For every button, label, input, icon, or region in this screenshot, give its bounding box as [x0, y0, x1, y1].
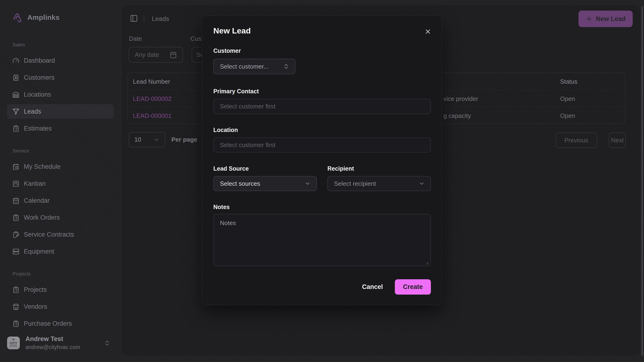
sidebar-item-label: Estimates — [24, 125, 52, 132]
sidebar-item-work-orders[interactable]: Work Orders — [7, 210, 114, 225]
sidebar-item-kanban[interactable]: Kanban — [7, 176, 114, 191]
modal-title: New Lead — [213, 26, 251, 35]
sidebar-toggle-button[interactable] — [130, 14, 138, 22]
avatar: CITY HEATING AND COOLING — [7, 336, 20, 349]
calendar-days-icon — [12, 197, 19, 204]
page-size-select[interactable]: 10 — [129, 132, 165, 147]
lead-source-select[interactable]: Select sources — [213, 176, 317, 191]
calendar-clock-icon — [12, 163, 19, 170]
clipboard-list-icon — [12, 125, 19, 132]
status-badge: Open — [560, 95, 575, 102]
clipboard-list-icon — [12, 320, 19, 327]
sidebar-item-label: Locations — [24, 91, 51, 98]
customer-select[interactable]: Select customer... — [213, 59, 295, 74]
previous-page-button[interactable]: Previous — [556, 132, 597, 148]
sidebar-item-projects[interactable]: Projects — [7, 282, 114, 297]
column-header-lead-number: Lead Number — [133, 78, 170, 85]
warehouse-icon — [12, 91, 19, 98]
notes-textarea[interactable] — [213, 214, 431, 266]
user-menu[interactable]: CITY HEATING AND COOLING Andrew Test and… — [7, 335, 114, 351]
status-badge: Open — [560, 112, 575, 119]
recipient-field-label: Recipient — [328, 165, 354, 172]
sidebar-item-locations[interactable]: Locations — [7, 87, 114, 102]
primary-contact-input[interactable]: Select customer first — [213, 99, 431, 114]
sidebar-item-label: Service Contracts — [24, 231, 74, 238]
primary-contact-field-label: Primary Contact — [213, 88, 259, 95]
chevron-down-icon — [154, 137, 160, 143]
clipboard-pen-icon — [12, 231, 19, 238]
sidebar-item-calendar[interactable]: Calendar — [7, 193, 114, 208]
column-header-status: Status — [560, 78, 578, 85]
user-email: andrew@cityhvac.com — [26, 344, 80, 350]
sidebar-item-service-contracts[interactable]: Service Contracts — [7, 227, 114, 242]
sidebar-item-label: Customers — [24, 74, 55, 81]
sidebar: Amplinks Sales Dashboard Customers Locat… — [0, 0, 121, 362]
brand-name: Amplinks — [27, 14, 60, 22]
calendar-icon — [170, 52, 177, 58]
lead-number-link[interactable]: LEAD-000002 — [133, 95, 171, 102]
recipient-value: Select recipient — [334, 180, 376, 187]
sidebar-nav: Sales Dashboard Customers Locations Lead… — [0, 35, 121, 332]
brand: Amplinks — [12, 12, 60, 22]
section-label-service: Service — [12, 148, 121, 154]
page-size-value: 10 — [134, 136, 141, 143]
sidebar-item-label: Purchase Orders — [24, 320, 72, 327]
chevron-down-icon — [419, 180, 425, 187]
sidebar-item-vendors[interactable]: Vendors — [7, 299, 114, 314]
lead-number-link[interactable]: LEAD-000001 — [133, 112, 171, 119]
sidebar-item-label: Leads — [24, 108, 41, 115]
location-field-label: Location — [213, 126, 238, 134]
sidebar-item-label: Dashboard — [24, 57, 55, 64]
chevrons-up-down-icon — [283, 64, 289, 70]
customer-field-label: Customer — [213, 47, 241, 54]
location-placeholder: Select customer first — [220, 142, 276, 149]
breadcrumb: Leads — [152, 15, 169, 22]
sidebar-item-label: Projects — [24, 286, 47, 294]
sidebar-item-purchase-orders[interactable]: Purchase Orders — [7, 316, 114, 331]
sidebar-item-estimates[interactable]: Estimates — [7, 121, 114, 136]
recipient-select[interactable]: Select recipient — [328, 176, 431, 191]
sidebar-item-my-schedule[interactable]: My Schedule — [7, 159, 114, 174]
store-icon — [12, 303, 19, 310]
create-button[interactable]: Create — [395, 279, 431, 294]
user-meta: Andrew Test andrew@cityhvac.com — [26, 335, 80, 350]
topbar-divider — [144, 15, 144, 22]
sidebar-item-label: Kanban — [24, 180, 46, 187]
primary-contact-placeholder: Select customer first — [220, 103, 276, 110]
contact-icon — [12, 74, 19, 81]
sidebar-item-label: Vendors — [24, 303, 47, 310]
lead-description: g capacity — [444, 112, 471, 119]
sidebar-item-customers[interactable]: Customers — [7, 70, 114, 85]
kanban-icon — [12, 180, 19, 187]
cancel-button[interactable]: Cancel — [357, 279, 388, 294]
new-lead-button[interactable]: New Lead — [578, 10, 633, 27]
sidebar-item-dashboard[interactable]: Dashboard — [7, 53, 114, 68]
plus-icon — [586, 15, 592, 22]
per-page-label: Per page — [171, 136, 197, 143]
sidebar-item-leads[interactable]: Leads — [7, 104, 114, 119]
location-input[interactable]: Select customer first — [213, 138, 431, 152]
sidebar-item-label: Calendar — [24, 197, 50, 204]
server-icon — [12, 248, 19, 255]
next-page-button[interactable]: Next — [609, 132, 626, 148]
section-label-projects: Projects — [12, 271, 121, 277]
chevron-down-icon — [304, 180, 311, 187]
date-filter-value: Any date — [135, 51, 159, 58]
customer-select-value: Select customer... — [220, 63, 269, 70]
funnel-icon — [12, 108, 19, 115]
sidebar-item-equipment[interactable]: Equipment — [7, 244, 114, 259]
date-filter-button[interactable]: Any date — [129, 47, 183, 63]
page-scrollbar[interactable] — [642, 6, 643, 356]
gauge-icon — [12, 57, 19, 64]
amplinks-logo-icon — [12, 12, 23, 22]
lead-description: vice provider — [444, 95, 478, 102]
notes-field-label: Notes — [213, 204, 230, 210]
section-label-sales: Sales — [12, 42, 121, 48]
chevrons-up-down-icon — [104, 340, 110, 346]
avatar-text: CITY — [10, 342, 17, 345]
clipboard-list-icon — [12, 214, 19, 221]
clipboard-list-icon — [12, 286, 19, 293]
buildings-icon — [12, 338, 15, 342]
close-icon[interactable] — [424, 28, 432, 35]
user-name: Andrew Test — [26, 335, 80, 343]
